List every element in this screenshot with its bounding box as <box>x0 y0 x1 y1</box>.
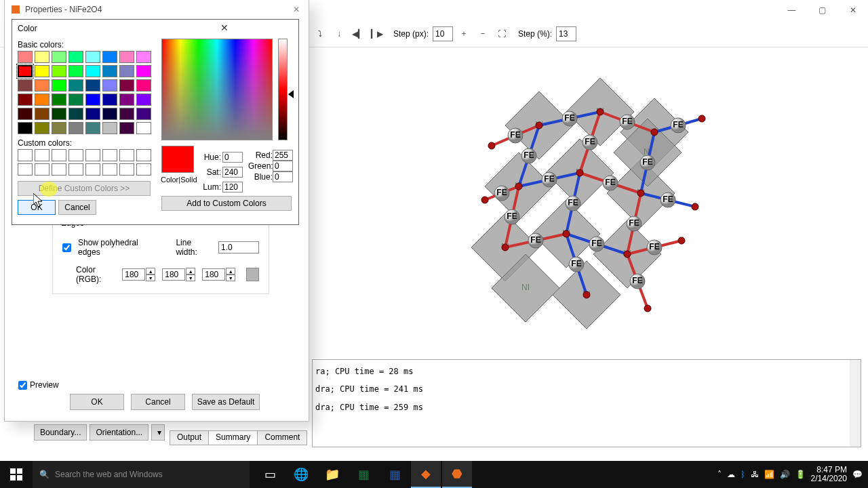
arrow-down-right-icon[interactable]: ⤵ <box>312 26 328 42</box>
basic-color-swatch[interactable] <box>136 108 151 120</box>
basic-color-swatch[interactable] <box>102 108 117 120</box>
spinner-up-icon[interactable]: ▲ <box>146 268 155 274</box>
basic-color-swatch[interactable] <box>35 79 50 92</box>
basic-color-swatch[interactable] <box>52 108 66 120</box>
basic-color-swatch[interactable] <box>18 65 33 77</box>
basic-color-swatch[interactable] <box>85 51 100 63</box>
console-scrollbar[interactable] <box>850 360 861 447</box>
orientation-button[interactable]: Orientation... <box>90 424 149 441</box>
boundary-button[interactable]: Boundary... <box>34 424 87 441</box>
volume-icon[interactable]: 🔊 <box>780 470 790 479</box>
basic-color-swatch[interactable] <box>68 122 83 134</box>
step-left-icon[interactable]: ◀▎ <box>350 26 366 42</box>
step-pct-input[interactable] <box>556 26 576 41</box>
hue-input[interactable] <box>222 152 243 163</box>
spinner-up-icon[interactable]: ▲ <box>226 268 235 274</box>
custom-color-swatch[interactable] <box>119 163 134 176</box>
custom-color-swatch[interactable] <box>136 163 151 176</box>
wifi-icon[interactable]: 📶 <box>764 470 774 479</box>
onedrive-icon[interactable]: ☁ <box>727 470 735 479</box>
custom-color-swatch[interactable] <box>68 149 83 161</box>
network-icon[interactable]: 🖧 <box>751 470 759 479</box>
close-button[interactable]: ✕ <box>837 0 868 20</box>
edge-r-input[interactable] <box>122 268 145 281</box>
basic-color-swatch[interactable] <box>52 94 66 106</box>
basic-color-swatch[interactable] <box>102 79 117 92</box>
blue-input[interactable] <box>273 171 293 182</box>
basic-color-swatch[interactable] <box>85 108 100 120</box>
basic-color-swatch[interactable] <box>52 65 66 77</box>
app-task-icon[interactable]: ◆ <box>411 461 441 488</box>
properties-ok-button[interactable]: OK <box>70 394 124 410</box>
custom-color-swatch[interactable] <box>85 149 100 161</box>
basic-color-swatch[interactable] <box>85 94 100 106</box>
edge-b-input[interactable] <box>202 268 225 281</box>
edge-g-input[interactable] <box>162 268 185 281</box>
show-polyhedral-checkbox[interactable] <box>62 243 71 252</box>
basic-color-swatch[interactable] <box>85 65 100 77</box>
bluetooth-icon[interactable]: ᛒ <box>741 470 745 479</box>
chrome-icon[interactable]: 🌐 <box>286 461 316 488</box>
basic-color-swatch[interactable] <box>68 108 83 120</box>
minimize-button[interactable]: — <box>776 0 807 20</box>
basic-color-swatch[interactable] <box>35 122 50 134</box>
basic-color-swatch[interactable] <box>102 122 117 134</box>
battery-icon[interactable]: 🔋 <box>795 470 806 479</box>
add-to-custom-button[interactable]: Add to Custom Colors <box>161 196 292 211</box>
properties-cancel-button[interactable]: Cancel <box>131 394 185 410</box>
sat-input[interactable] <box>222 167 243 178</box>
properties-save-default-button[interactable]: Save as Default <box>192 394 260 410</box>
maximize-button[interactable]: ▢ <box>807 0 837 20</box>
basic-color-swatch[interactable] <box>52 51 66 63</box>
file-explorer-icon[interactable]: 📁 <box>317 461 347 488</box>
word-icon[interactable]: ▦ <box>380 461 410 488</box>
luminance-bar[interactable] <box>278 39 288 140</box>
spinner-down-icon[interactable]: ▼ <box>186 274 195 281</box>
spinner-up-icon[interactable]: ▲ <box>186 268 195 274</box>
basic-color-swatch[interactable] <box>35 51 50 63</box>
tray-up-icon[interactable]: ˄ <box>717 470 722 479</box>
task-view-icon[interactable]: ▭ <box>255 461 285 488</box>
arrow-down-icon[interactable]: ↓ <box>331 26 347 42</box>
basic-color-swatch[interactable] <box>102 94 117 106</box>
step-px-input[interactable] <box>433 26 453 41</box>
output-console[interactable]: ra; CPU time = 28 ms dra; CPU time = 241… <box>312 359 861 447</box>
plus-icon[interactable]: ＋ <box>456 26 472 42</box>
basic-color-swatch[interactable] <box>68 79 83 92</box>
color-cancel-button[interactable]: Cancel <box>58 200 96 215</box>
basic-color-swatch[interactable] <box>136 65 151 77</box>
luminance-arrow-icon[interactable] <box>288 90 294 98</box>
custom-color-swatch[interactable] <box>18 149 33 161</box>
start-button[interactable] <box>0 461 33 488</box>
minus-icon[interactable]: － <box>475 26 491 42</box>
vesta-task-icon[interactable]: ⬣ <box>442 461 472 488</box>
excel-icon[interactable]: ▦ <box>349 461 378 488</box>
edge-color-swatch[interactable] <box>246 268 259 281</box>
basic-color-swatch[interactable] <box>35 94 50 106</box>
basic-color-swatch[interactable] <box>119 108 134 120</box>
basic-color-swatch[interactable] <box>18 51 33 63</box>
custom-color-swatch[interactable] <box>119 149 134 161</box>
spinner-down-icon[interactable]: ▼ <box>146 274 155 281</box>
basic-color-swatch[interactable] <box>35 65 50 77</box>
basic-color-swatch[interactable] <box>119 51 134 63</box>
dropdown-button[interactable]: ▾ <box>151 424 165 441</box>
basic-color-swatch[interactable] <box>18 79 33 92</box>
basic-color-swatch[interactable] <box>85 79 100 92</box>
custom-color-swatch[interactable] <box>68 163 83 176</box>
basic-color-swatch[interactable] <box>52 79 66 92</box>
preview-checkbox[interactable] <box>18 381 27 390</box>
basic-color-swatch[interactable] <box>136 94 151 106</box>
color-gradient-area[interactable] <box>161 39 273 140</box>
basic-color-swatch[interactable] <box>119 79 134 92</box>
define-custom-colors-button[interactable]: Define Custom Colors >> <box>18 181 151 196</box>
basic-color-swatch[interactable] <box>119 65 134 77</box>
color-dialog-titlebar[interactable]: Color ✕ <box>12 20 298 37</box>
red-input[interactable] <box>273 150 293 161</box>
fit-icon[interactable]: ⛶ <box>494 26 510 42</box>
custom-color-swatch[interactable] <box>102 149 117 161</box>
basic-color-swatch[interactable] <box>68 51 83 63</box>
custom-color-swatch[interactable] <box>52 149 66 161</box>
basic-color-swatch[interactable] <box>18 122 33 134</box>
basic-color-swatch[interactable] <box>68 94 83 106</box>
